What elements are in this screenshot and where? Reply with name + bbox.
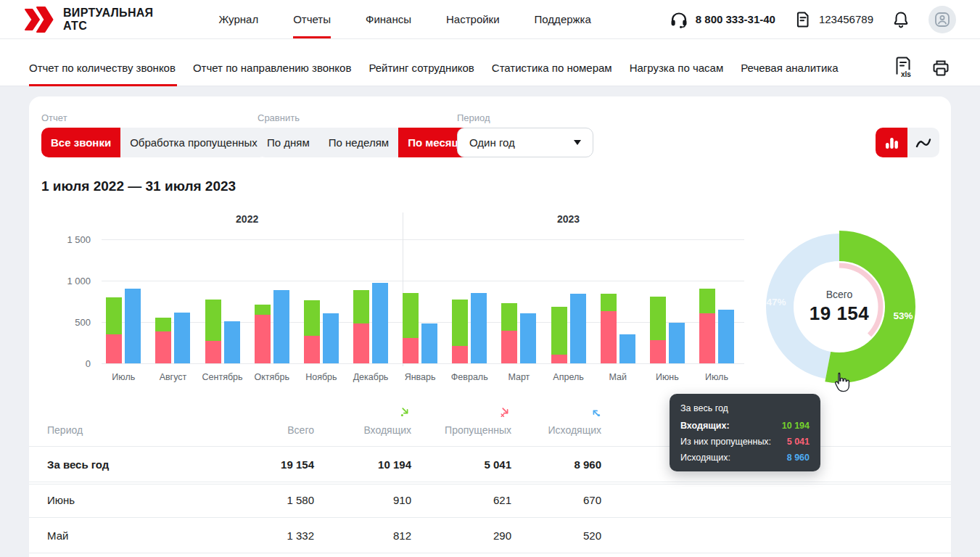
month-label-4: Октябрь: [244, 372, 300, 382]
missed-segment: [501, 331, 517, 363]
incoming-call-icon: [400, 406, 411, 420]
bar-group-6[interactable]: [353, 239, 388, 363]
outgoing-bar: [125, 289, 141, 363]
bar-chart-icon: [884, 135, 899, 151]
missed-segment: [304, 336, 320, 363]
outgoing-bar: [471, 293, 487, 363]
report-type-switcher: Все звонкиОбработка пропущенных: [41, 128, 267, 157]
nav-item-journal[interactable]: Журнал: [201, 0, 276, 38]
report-tab-6[interactable]: Речевая аналитика: [732, 62, 847, 86]
answered-segment: [106, 297, 122, 334]
missed-segment: [205, 341, 221, 363]
column-header-5[interactable]: Исходящих: [511, 406, 601, 436]
account-number[interactable]: 123456789: [794, 10, 873, 29]
month-label-6: Декабрь: [343, 372, 398, 382]
nav-item-finances[interactable]: Финансы: [348, 0, 429, 38]
outgoing-bar: [718, 310, 734, 363]
headset-icon: [670, 11, 688, 28]
month-label-10: Апрель: [541, 372, 596, 382]
donut-chart[interactable]: [752, 220, 926, 394]
table-row-2[interactable]: Июнь1 580910621670: [29, 482, 951, 518]
compare-filter-label: Сравнить: [258, 112, 300, 123]
chevron-down-icon: [574, 140, 581, 145]
month-label-9: Март: [491, 372, 546, 382]
answered-segment: [699, 289, 715, 313]
missed-call-icon: [500, 406, 511, 420]
month-label-8: Февраль: [442, 372, 497, 382]
row-value-cell: 5 041: [411, 458, 511, 471]
answered-segment: [353, 290, 369, 324]
bar-group-3[interactable]: [205, 239, 240, 363]
answered-segment: [155, 318, 171, 331]
report-tab-2[interactable]: Отчет по направлению звонков: [184, 62, 360, 86]
month-label-13: Июль: [689, 372, 744, 382]
chart-view-toggle: [876, 128, 939, 157]
compare-switcher: По днямПо неделямПо месяцам: [258, 128, 482, 157]
report-option-1[interactable]: Все звонки: [41, 128, 120, 157]
nav-item-reports[interactable]: Отчеты: [276, 0, 348, 38]
print-button[interactable]: [931, 58, 951, 78]
report-card: Отчет Все звонкиОбработка пропущенных Ср…: [29, 96, 951, 557]
main-nav: ЖурналОтчетыФинансыНастройкиПоддержка: [201, 0, 608, 38]
tooltip-row-label: Из них пропущенных:: [680, 437, 771, 447]
y-axis-tick: 1 500: [46, 234, 91, 245]
y-axis-tick: 0: [46, 358, 91, 369]
column-header-3[interactable]: Входящих: [314, 406, 411, 436]
logo[interactable]: ВИРТУАЛЬНАЯ АТС: [24, 0, 153, 38]
outgoing-bar: [273, 290, 289, 363]
bar-group-12[interactable]: [650, 239, 685, 363]
period-select[interactable]: Один год: [457, 128, 593, 157]
column-header-4[interactable]: Пропущенных: [411, 406, 511, 436]
column-header-label: Пропущенных: [445, 424, 511, 436]
row-period-cell: За весь год: [47, 458, 228, 471]
tooltip-title: За весь год: [680, 403, 810, 413]
compare-option-1[interactable]: По дням: [258, 128, 319, 157]
bar-group-4[interactable]: [255, 239, 289, 363]
tooltip-row-value: 10 194: [782, 421, 810, 431]
outgoing-bar: [570, 294, 586, 363]
bar-group-10[interactable]: [551, 239, 586, 363]
bar-group-8[interactable]: [452, 239, 487, 363]
compare-option-2[interactable]: По неделям: [319, 128, 398, 157]
date-range-title: 1 июля 2022 — 31 июля 2023: [41, 178, 236, 194]
column-header-label: Входящих: [363, 424, 411, 436]
bar-group-13[interactable]: [699, 239, 734, 363]
bar-group-9[interactable]: [501, 239, 536, 363]
tooltip-row-value: 5 041: [787, 437, 810, 447]
answered-segment: [650, 297, 666, 340]
report-tab-3[interactable]: Рейтинг сотрудников: [360, 62, 482, 86]
bar-view-button[interactable]: [876, 128, 907, 157]
nav-item-settings[interactable]: Настройки: [429, 0, 517, 38]
row-value-cell: 10 194: [314, 458, 411, 471]
chart-tooltip: За весь год Входящих:10 194Из них пропущ…: [670, 394, 820, 471]
avatar[interactable]: [928, 6, 956, 33]
bar-group-1[interactable]: [106, 239, 141, 363]
line-view-button[interactable]: [907, 128, 939, 157]
svg-text:xls: xls: [901, 70, 911, 78]
bar-group-7[interactable]: [403, 239, 437, 363]
report-tab-5[interactable]: Нагрузка по часам: [621, 62, 733, 86]
bar-group-5[interactable]: [304, 239, 339, 363]
missed-segment: [106, 334, 122, 363]
support-phone-number: 8 800 333-31-40: [696, 13, 775, 25]
bar-group-2[interactable]: [155, 239, 190, 363]
report-tab-1[interactable]: Отчет по количеству звонков: [29, 62, 184, 86]
outgoing-bar: [323, 313, 339, 363]
missed-segment: [650, 340, 666, 363]
outgoing-bar: [421, 323, 437, 363]
notifications-button[interactable]: [892, 10, 910, 29]
column-header-1[interactable]: Период: [47, 406, 228, 436]
support-phone[interactable]: 8 800 333-31-40: [670, 11, 775, 28]
report-tab-4[interactable]: Статистика по номерам: [483, 62, 621, 86]
report-option-2[interactable]: Обработка пропущенных: [120, 128, 267, 157]
export-xls-button[interactable]: xls: [894, 56, 913, 78]
topbar-right: 8 800 333-31-40 123456789: [670, 0, 956, 38]
answered-segment: [551, 307, 567, 355]
bar-group-11[interactable]: [601, 239, 635, 363]
nav-item-support[interactable]: Поддержка: [517, 0, 609, 38]
table-row-3[interactable]: Май1 332812290520: [29, 518, 951, 553]
row-value-cell: 1 332: [228, 529, 314, 542]
period-select-value: Один год: [469, 136, 515, 149]
column-header-2[interactable]: Всего: [228, 406, 314, 436]
row-value-cell: 290: [411, 529, 511, 542]
